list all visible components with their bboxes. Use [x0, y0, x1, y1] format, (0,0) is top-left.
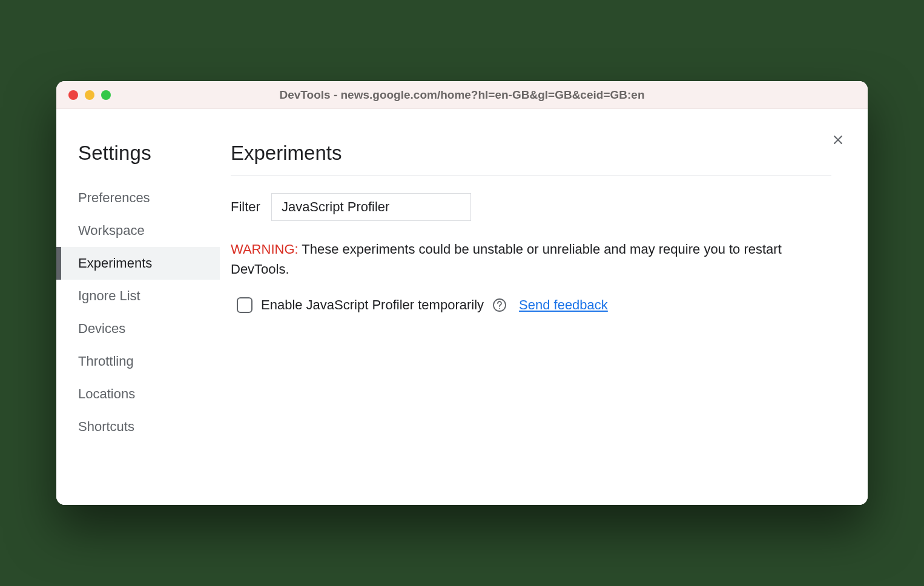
filter-row: Filter	[231, 193, 831, 221]
sidebar-item-label: Workspace	[78, 223, 145, 238]
sidebar-item-label: Ignore List	[78, 288, 140, 303]
help-icon[interactable]	[492, 298, 507, 312]
devtools-window: DevTools - news.google.com/home?hl=en-GB…	[56, 81, 868, 505]
close-settings-button[interactable]	[829, 132, 847, 150]
sidebar-item-devices[interactable]: Devices	[56, 312, 220, 345]
sidebar-item-label: Throttling	[78, 354, 134, 369]
warning-prefix: WARNING:	[231, 242, 299, 257]
sidebar-item-workspace[interactable]: Workspace	[56, 214, 220, 247]
sidebar-item-locations[interactable]: Locations	[56, 378, 220, 410]
warning-message: WARNING: These experiments could be unst…	[231, 239, 831, 279]
sidebar-item-label: Experiments	[78, 255, 152, 271]
window-title: DevTools - news.google.com/home?hl=en-GB…	[56, 88, 868, 102]
send-feedback-link[interactable]: Send feedback	[519, 297, 608, 313]
settings-sidebar: Settings Preferences Workspace Experimen…	[56, 109, 220, 505]
window-minimize-button[interactable]	[85, 90, 94, 100]
filter-label: Filter	[231, 199, 260, 215]
svg-point-3	[499, 308, 500, 309]
sidebar-item-shortcuts[interactable]: Shortcuts	[56, 410, 220, 443]
sidebar-item-throttling[interactable]: Throttling	[56, 345, 220, 378]
settings-title: Settings	[56, 142, 220, 182]
sidebar-item-label: Shortcuts	[78, 419, 134, 434]
titlebar: DevTools - news.google.com/home?hl=en-GB…	[56, 81, 868, 109]
sidebar-item-label: Locations	[78, 386, 135, 401]
sidebar-item-preferences[interactable]: Preferences	[56, 182, 220, 214]
sidebar-item-ignore-list[interactable]: Ignore List	[56, 280, 220, 312]
window-maximize-button[interactable]	[101, 90, 111, 100]
content-area: Settings Preferences Workspace Experimen…	[56, 109, 868, 505]
filter-input[interactable]	[271, 193, 471, 221]
warning-body: These experiments could be unstable or u…	[231, 242, 782, 277]
experiment-label: Enable JavaScript Profiler temporarily	[261, 297, 484, 313]
main-panel: Experiments Filter WARNING: These experi…	[220, 109, 868, 505]
sidebar-item-experiments[interactable]: Experiments	[56, 247, 220, 280]
experiment-row: Enable JavaScript Profiler temporarily S…	[231, 297, 831, 313]
sidebar-item-label: Preferences	[78, 190, 150, 205]
experiment-checkbox[interactable]	[237, 297, 252, 313]
traffic-lights	[68, 90, 111, 100]
panel-title: Experiments	[231, 142, 831, 176]
close-icon	[831, 133, 845, 149]
window-close-button[interactable]	[68, 90, 78, 100]
sidebar-item-label: Devices	[78, 321, 125, 336]
